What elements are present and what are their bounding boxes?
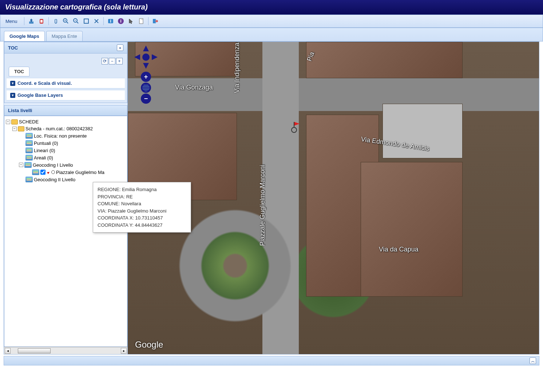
street-label-indipendenza: Via Indipendenza	[233, 43, 241, 93]
tree-lineari-label: Lineari (0)	[34, 148, 55, 153]
accordion-google-base-label: Google Base Layers	[17, 92, 63, 98]
tab-mappa-ente[interactable]: Mappa Ente	[46, 31, 83, 41]
svg-line-4	[67, 22, 68, 23]
inner-tab-toc[interactable]: TOC	[9, 67, 29, 76]
pan-center-button[interactable]	[142, 54, 150, 61]
pan-down-button[interactable]	[143, 63, 149, 69]
zoom-out-icon[interactable]	[71, 16, 81, 26]
lista-livelli-header: Lista livelli	[4, 105, 127, 116]
exit-icon[interactable]	[151, 16, 160, 26]
separator	[24, 17, 24, 25]
svg-rect-2	[40, 20, 43, 23]
tree-geo1-label: Geocoding I Livello	[33, 162, 73, 168]
street-label-gonzaga: Via Gonzaga	[175, 84, 213, 91]
tree-areali-label: Areali (0)	[34, 155, 53, 161]
flag-icon	[294, 122, 300, 126]
tree-puntuali-label: Puntuali (0)	[34, 140, 58, 146]
layer-icon	[24, 162, 32, 168]
zoom-in-button[interactable]: +	[141, 72, 151, 82]
horizontal-scrollbar[interactable]: ◂ ▸	[4, 347, 127, 354]
separator	[48, 17, 49, 25]
info-circle-icon[interactable]: i	[116, 16, 126, 26]
collapse-all-icon[interactable]: −	[109, 58, 115, 64]
scroll-right-icon[interactable]: ▸	[121, 348, 127, 354]
tools-icon[interactable]	[92, 16, 101, 26]
street-label-capua: Via da Capua	[379, 246, 419, 253]
document-icon[interactable]	[136, 16, 146, 26]
collapse-icon[interactable]: −	[12, 127, 17, 131]
folder-icon	[18, 126, 24, 131]
tree-lineari[interactable]: Lineari (0)	[6, 147, 126, 154]
delete-icon[interactable]	[37, 16, 46, 26]
google-logo: Google	[135, 340, 163, 350]
tree-piazzale[interactable]: Piazzale Guglielmo Ma	[6, 169, 126, 176]
layer-icon	[25, 140, 33, 146]
svg-line-8	[77, 22, 78, 23]
layer-checkbox[interactable]	[40, 170, 45, 175]
accordion-coord-label: Coord. e Scala di visual.	[17, 80, 72, 86]
tooltip-via: VIA: Piazzale Guglielmo Marconi	[98, 207, 186, 215]
street	[128, 78, 539, 111]
svg-text:i: i	[110, 18, 111, 24]
tab-google-maps[interactable]: Google Maps	[4, 31, 45, 41]
tree-root-label: SCHEDE	[19, 119, 39, 124]
tooltip-coordy: COORDINATA Y: 44.84443627	[98, 222, 186, 229]
pin-icon	[47, 170, 50, 174]
expand-up-icon[interactable]: ︽	[530, 357, 536, 364]
tree-puntuali[interactable]: Puntuali (0)	[6, 139, 126, 147]
marker-ring	[291, 127, 297, 133]
toc-title: TOC	[8, 45, 18, 51]
main-content: TOC « ⟳ − + TOC ▼ Coord. e Scala di visu…	[4, 41, 539, 355]
tooltip-provincia: PROVINCIA: RE	[98, 193, 186, 201]
tabs-container: Google Maps Mappa Ente	[0, 28, 543, 41]
tree-root[interactable]: −SCHEDE	[6, 118, 126, 125]
pan-icon[interactable]	[51, 16, 60, 26]
scroll-left-icon[interactable]: ◂	[5, 348, 11, 354]
layer-icon	[25, 147, 33, 153]
cursor-icon[interactable]	[126, 16, 136, 26]
pan-up-button[interactable]	[143, 45, 149, 51]
accordion-google-base[interactable]: ▼ Google Base Layers	[7, 90, 125, 100]
accordion-coord[interactable]: ▼ Coord. e Scala di visual.	[7, 78, 125, 88]
chevron-down-icon: ▼	[10, 93, 15, 98]
menu-button[interactable]: Menu	[3, 17, 20, 25]
tree-loc-fisica[interactable]: Loc. Fisica: non presente	[6, 132, 126, 139]
layer-icon	[25, 155, 33, 161]
expand-all-icon[interactable]: +	[116, 58, 123, 64]
tree-geo1[interactable]: −Geocoding I Livello	[6, 161, 126, 169]
tooltip-regione: REGIONE: Emilia Romagna	[98, 186, 186, 193]
collapse-icon[interactable]: −	[6, 120, 10, 124]
chevron-down-icon: ▼	[10, 81, 15, 86]
layer-icon	[25, 133, 33, 139]
collapse-icon[interactable]: −	[19, 163, 23, 167]
map-nav-control: + −	[134, 45, 158, 104]
pan-right-button[interactable]	[152, 54, 158, 60]
tree-scheda[interactable]: −Scheda - num.cat.: 0800242382	[6, 125, 126, 132]
toc-panel-header: TOC «	[4, 42, 127, 54]
footer-bar: ︽	[4, 356, 539, 365]
upload-icon[interactable]	[27, 16, 36, 26]
lista-livelli-title: Lista livelli	[8, 108, 32, 113]
pan-control	[134, 45, 158, 69]
toc-panel-body: ⟳ − + TOC ▼ Coord. e Scala di visual. ▼ …	[4, 54, 127, 103]
feature-tooltip: REGIONE: Emilia Romagna PROVINCIA: RE CO…	[93, 182, 191, 233]
title-bar: Visualizzazione cartografica (sola lettu…	[0, 0, 543, 15]
point-icon	[51, 170, 55, 174]
globe-button[interactable]	[141, 83, 151, 93]
tree-piazzale-label: Piazzale Guglielmo Ma	[56, 170, 104, 175]
collapse-left-icon[interactable]: «	[117, 44, 123, 51]
pan-left-button[interactable]	[134, 54, 140, 60]
tree-areali[interactable]: Areali (0)	[6, 154, 126, 161]
scrollbar-thumb[interactable]	[18, 348, 51, 353]
zoom-in-icon[interactable]	[61, 16, 71, 26]
zoom-out-button[interactable]: −	[141, 94, 151, 104]
svg-text:i: i	[120, 18, 122, 24]
info-box-icon[interactable]: i	[106, 16, 115, 26]
layer-icon	[25, 177, 33, 182]
refresh-icon[interactable]: ⟳	[102, 58, 108, 64]
separator	[148, 17, 148, 25]
building	[306, 42, 463, 78]
street-label-marconi: Piazzale Guglielmo Marconi	[259, 165, 266, 246]
extent-icon[interactable]	[82, 16, 91, 26]
tooltip-coordx: COORDINATA X: 10.73110457	[98, 214, 186, 222]
